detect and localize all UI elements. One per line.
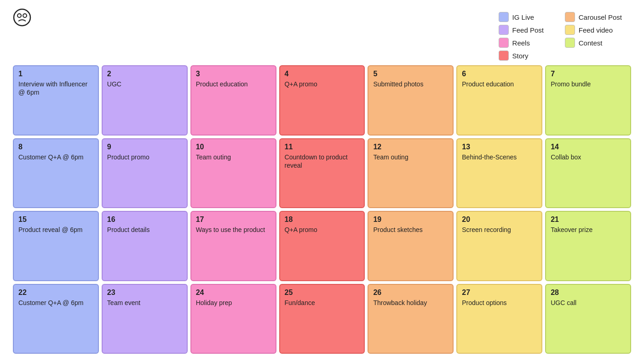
legend-item-story: Story [499,51,556,61]
cell-content: Holiday prep [196,299,271,307]
legend-item-contest: Contest [565,38,622,48]
cell-day-number: 14 [551,143,626,151]
calendar-cell-15: 15Product reveal @ 6pm [13,211,99,281]
legend-item-feed-video: Feed video [565,25,622,35]
cell-content: UGC call [551,299,626,307]
cell-content: Fun/dance [285,299,360,307]
calendar-cell-1: 1Interview with Influencer @ 6pm [13,65,99,136]
calendar-cell-17: 17Ways to use the product [190,211,276,281]
cell-content: Screen recording [462,226,537,234]
cell-content: Product education [196,80,271,88]
cell-day-number: 23 [107,288,182,297]
cell-content: Product promo [107,153,182,161]
calendar-cell-16: 16Product details [102,211,188,281]
logo-row [13,8,35,27]
legend: IG LiveCarousel PostFeed PostFeed videoR… [499,12,622,61]
cell-content: Team outing [196,153,271,161]
legend-swatch-story [499,51,509,61]
cell-day-number: 26 [373,288,448,297]
cell-content: Team event [107,299,182,307]
cell-day-number: 22 [18,288,93,297]
cell-day-number: 5 [373,70,448,78]
cell-day-number: 20 [462,215,537,224]
cell-day-number: 16 [107,215,182,224]
legend-label-ig-live: IG Live [512,13,535,21]
cell-content: Ways to use the product [196,226,271,234]
cell-day-number: 11 [285,143,360,151]
calendar-cell-23: 23Team event [102,284,188,354]
legend-swatch-feed-video [565,25,575,35]
legend-item-reels: Reels [499,38,556,48]
calendar-cell-27: 27Product options [456,284,542,354]
calendar-cell-20: 20Screen recording [456,211,542,281]
cell-content: Customer Q+A @ 6pm [18,299,93,307]
cell-content: Submitted photos [373,80,448,88]
calendar-cell-25: 25Fun/dance [279,284,365,354]
cell-day-number: 27 [462,288,537,297]
cell-day-number: 19 [373,215,448,224]
calendar-cell-2: 2UGC [102,65,188,136]
cell-content: Customer Q+A @ 6pm [18,153,93,161]
svg-point-0 [14,9,30,26]
calendar-cell-10: 10Team outing [190,138,276,209]
cell-day-number: 9 [107,143,182,151]
svg-point-1 [17,14,21,17]
svg-point-2 [23,14,27,17]
cell-content: Product reveal @ 6pm [18,226,93,234]
cell-content: Throwback holiday [373,299,448,307]
cell-day-number: 28 [551,288,626,297]
cell-content: Promo bundle [551,80,626,88]
header: IG LiveCarousel PostFeed PostFeed videoR… [13,8,631,61]
cell-content: UGC [107,80,182,88]
legend-swatch-reels [499,38,509,48]
cell-day-number: 10 [196,143,271,151]
legend-item-feed-post: Feed Post [499,25,556,35]
cell-content: Q+A promo [285,80,360,88]
cell-day-number: 18 [285,215,360,224]
page: IG LiveCarousel PostFeed PostFeed videoR… [0,0,644,362]
cell-content: Q+A promo [285,226,360,234]
calendar-grid: 1Interview with Influencer @ 6pm2UGC3Pro… [13,65,631,354]
calendar-cell-4: 4Q+A promo [279,65,365,136]
legend-swatch-feed-post [499,25,509,35]
cell-content: Product options [462,299,537,307]
calendar-cell-6: 6Product education [456,65,542,136]
cell-content: Product education [462,80,537,88]
legend-swatch-ig-live [499,12,509,22]
cell-content: Product sketches [373,226,448,234]
calendar-cell-13: 13Behind-the-Scenes [456,138,542,209]
legend-label-story: Story [512,52,529,60]
calendar-cell-21: 21Takeover prize [545,211,631,281]
cell-day-number: 13 [462,143,537,151]
cell-content: Behind-the-Scenes [462,153,537,161]
cell-day-number: 1 [18,70,93,78]
calendar-cell-14: 14Collab box [545,138,631,209]
legend-item-ig-live: IG Live [499,12,556,22]
cell-day-number: 24 [196,288,271,297]
cell-day-number: 4 [285,70,360,78]
cell-day-number: 17 [196,215,271,224]
cell-day-number: 15 [18,215,93,224]
legend-label-feed-post: Feed Post [512,26,544,34]
calendar-cell-5: 5Submitted photos [368,65,454,136]
calendar-cell-28: 28UGC call [545,284,631,354]
cell-day-number: 21 [551,215,626,224]
calendar-cell-24: 24Holiday prep [190,284,276,354]
cell-day-number: 2 [107,70,182,78]
manychat-logo-icon [13,8,31,27]
cell-content: Countdown to product reveal [285,153,360,170]
legend-label-contest: Contest [579,39,603,47]
cell-content: Collab box [551,153,626,161]
calendar-cell-19: 19Product sketches [368,211,454,281]
cell-content: Takeover prize [551,226,626,234]
calendar-cell-12: 12Team outing [368,138,454,209]
legend-swatch-carousel [565,12,575,22]
legend-item-carousel: Carousel Post [565,12,622,22]
cell-day-number: 8 [18,143,93,151]
cell-day-number: 12 [373,143,448,151]
cell-day-number: 3 [196,70,271,78]
cell-content: Interview with Influencer @ 6pm [18,80,93,96]
calendar-cell-9: 9Product promo [102,138,188,209]
cell-day-number: 7 [551,70,626,78]
calendar-cell-8: 8Customer Q+A @ 6pm [13,138,99,209]
